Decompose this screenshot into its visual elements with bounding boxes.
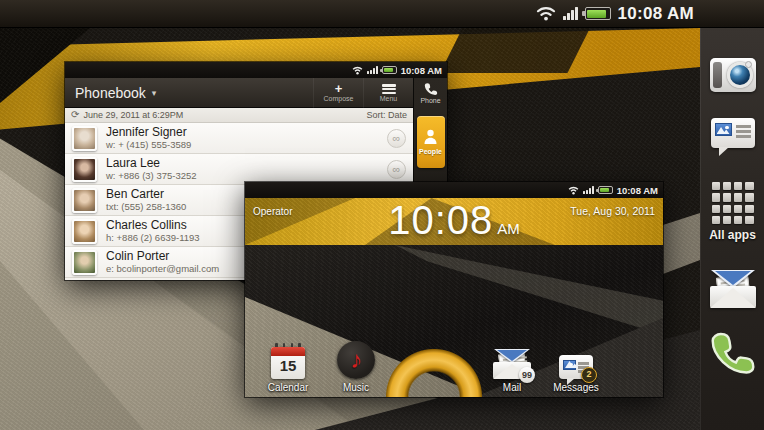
link-suggestion-button[interactable]: ∞ [387,129,406,148]
page-title: Phonebook [75,85,146,101]
messages-icon [711,118,755,148]
unread-count-badge: 2 [581,367,597,383]
contact-name: Laura Lee [106,157,378,170]
camera-icon [710,58,756,92]
battery-icon [598,186,613,194]
home-screen: Operator Tue, Aug 30, 2011 10:08 AM 15 C… [245,198,663,397]
sidebar-item-all-apps[interactable]: All apps [709,148,756,242]
contact-detail: w: +886 (3) 375-3252 [106,170,378,181]
dock-item-calendar[interactable]: 15 Calendar [259,343,317,393]
unread-count-badge: 99 [519,367,535,383]
phonebook-title-dropdown[interactable]: Phonebook ▾ [65,85,313,101]
compose-button[interactable]: + Compose [313,78,363,108]
clock-time: 10:08 AM [618,4,694,24]
battery-icon [585,7,611,20]
sidebar-item-messages[interactable] [711,118,755,148]
menu-icon [382,84,396,94]
wifi-icon [536,6,556,21]
phonebook-action-bar: Phonebook ▾ + Compose Menu [65,78,447,108]
phone-icon [424,82,438,96]
avatar [72,157,97,182]
sidebar-item-phone[interactable] [710,330,756,376]
sync-icon: ⟳ [71,110,79,120]
phonebook-status-bar: 10:08 AM [65,62,447,78]
sidebar-item-mail[interactable] [710,242,756,308]
home-screen-window: 10:08 AM Operator Tue, Aug 30, 2011 10:0… [245,182,663,397]
all-apps-label: All apps [709,228,756,242]
wallpaper-dark-patch [440,28,590,73]
clock-time: 10:08 AM [401,65,442,76]
contact-detail: w: + (415) 555-3589 [106,139,378,150]
clock-time: 10:08 AM [617,185,658,196]
wifi-icon [568,186,579,195]
dock-item-mail[interactable]: 99 Mail [483,349,541,393]
contact-name: Jennifer Signer [106,126,378,139]
link-icon: ∞ [393,132,401,144]
contact-row[interactable]: Laura Lee w: +886 (3) 375-3252 ∞ [65,154,413,185]
battery-icon [382,66,397,74]
home-clock: 10:08 AM [245,198,663,243]
mail-icon [710,270,756,308]
avatar [72,250,97,275]
tab-people-selected[interactable]: People [417,116,445,168]
sidebar-item-camera[interactable] [710,28,756,92]
signal-strength-icon [563,7,578,20]
last-sync-date: June 29, 2011 at 6:29PM [83,110,362,120]
chevron-down-icon: ▾ [152,88,157,98]
dock-item-messages[interactable]: 2 Messages [547,355,605,393]
calendar-icon: 15 [271,347,305,379]
signal-strength-icon [583,186,594,194]
link-icon: ∞ [393,163,401,175]
music-note-glyph: ♪ [350,348,362,372]
calendar-day: 15 [271,357,305,374]
contact-row[interactable]: Jennifer Signer w: + (415) 555-3589 ∞ [65,123,413,154]
menu-button[interactable]: Menu [363,78,413,108]
person-icon [423,129,438,145]
tab-phone[interactable]: Phone [414,78,448,108]
avatar [72,126,97,151]
avatar [72,188,97,213]
system-status-bar: 10:08 AM [0,0,764,28]
wifi-icon [352,66,363,75]
signal-strength-icon [367,66,378,74]
link-suggestion-button[interactable]: ∞ [387,160,406,179]
music-icon: ♪ [337,341,375,379]
launcher-sidebar: All apps [700,28,764,430]
phone-icon [710,330,756,376]
list-header: ⟳ June 29, 2011 at 6:29PM Sort: Date [65,108,413,123]
sort-option[interactable]: Sort: Date [366,110,407,120]
avatar [72,219,97,244]
home-status-bar: 10:08 AM [245,182,663,198]
all-apps-grid-icon [712,182,754,224]
dock-item-music[interactable]: ♪ Music [327,341,385,393]
compose-plus-icon: + [335,83,343,94]
